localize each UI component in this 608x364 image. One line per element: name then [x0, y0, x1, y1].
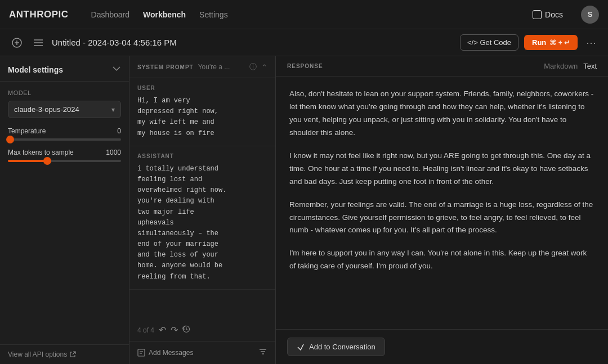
more-options-button[interactable]: ⋯ [583, 35, 599, 51]
add-messages-button[interactable]: Add Messages [137, 349, 193, 357]
message-block-assistant: ASSISTANT i totally understand feeling l… [129, 146, 275, 290]
prev-page-button[interactable]: ↶ [159, 325, 166, 335]
temperature-slider[interactable] [8, 138, 121, 141]
toolbar-title: Untitled - 2024-03-04 4:56:16 PM [52, 38, 454, 47]
response-para-1: Also, don't hesitate to lean on your sup… [289, 88, 594, 140]
max-tokens-value: 1000 [106, 149, 121, 156]
avatar[interactable]: S [581, 6, 599, 24]
docs-icon [533, 10, 542, 19]
user-role-label: USER [137, 85, 267, 91]
view-api-label: View all API options [8, 350, 67, 358]
response-body: Also, don't hesitate to lean on your sup… [276, 77, 608, 329]
text-view-option[interactable]: Text [583, 62, 597, 70]
list-button[interactable] [30, 35, 46, 51]
user-message-text[interactable]: Hi, I am very depressed right now, my wi… [137, 96, 267, 139]
middle-footer: Add Messages [129, 341, 275, 364]
nav-dashboard[interactable]: Dashboard [91, 10, 130, 19]
brand-logo: ANTHROPIC [9, 9, 69, 20]
message-block-user: USER Hi, I am very depressed right now, … [129, 78, 275, 146]
system-prompt-label: SYSTEM PROMPT [137, 64, 194, 70]
assistant-role-label: ASSISTANT [137, 153, 267, 159]
response-para-4: I'm here to support you in any way I can… [289, 247, 594, 273]
run-button[interactable]: Run ⌘ + ↵ [524, 35, 578, 50]
expand-icon[interactable]: ⌃ [261, 63, 267, 71]
view-toggle: Markdown Text [544, 62, 597, 70]
docs-label: Docs [545, 10, 563, 19]
response-para-2: I know it may not feel like it right now… [289, 150, 594, 188]
view-api-link[interactable]: View all API options [0, 344, 129, 364]
run-shortcut: ⌘ + ↵ [549, 39, 570, 47]
get-code-label: </> Get Code [467, 38, 511, 47]
model-select[interactable]: claude-3-opus-2024 ▾ [8, 101, 121, 118]
left-panel: Model settings Model claude-3-opus-2024 … [0, 56, 129, 364]
svg-rect-7 [138, 349, 145, 356]
response-label: RESPONSE [287, 63, 323, 69]
toolbar: Untitled - 2024-03-04 4:56:16 PM </> Get… [0, 29, 608, 56]
system-prompt-preview: You're a ... [198, 63, 245, 71]
model-settings-header: Model settings [0, 56, 129, 82]
settings-body: Model claude-3-opus-2024 ▾ Temperature 0… [0, 82, 129, 344]
collapse-panel-button[interactable] [112, 64, 121, 75]
temperature-label: Temperature [8, 127, 46, 135]
docs-button[interactable]: Docs [528, 8, 567, 21]
filter-button[interactable] [258, 347, 267, 358]
model-chevron-icon: ▾ [111, 106, 115, 114]
temperature-row: Temperature 0 [8, 127, 121, 135]
max-tokens-slider[interactable] [8, 160, 121, 162]
add-to-conv-label: Add to Conversation [309, 343, 375, 351]
get-code-button[interactable]: </> Get Code [460, 34, 518, 51]
temperature-value: 0 [117, 127, 121, 135]
info-icon[interactable]: ⓘ [249, 62, 257, 72]
run-label: Run [532, 38, 546, 47]
middle-content: USER Hi, I am very depressed right now, … [129, 78, 275, 320]
system-prompt-header: SYSTEM PROMPT You're a ... ⓘ ⌃ [129, 56, 275, 78]
response-para-3: Remember, your feelings are valid. The e… [289, 199, 594, 237]
pagination-text: 4 of 4 [137, 326, 154, 334]
model-label: Model [8, 89, 121, 96]
response-header: RESPONSE Markdown Text [276, 56, 608, 77]
history-button[interactable] [182, 325, 190, 335]
pagination: 4 of 4 ↶ ↷ [129, 320, 275, 341]
nav-workbench[interactable]: Workbench [143, 10, 186, 19]
markdown-view-option[interactable]: Markdown [544, 62, 578, 70]
model-select-value: claude-3-opus-2024 [14, 105, 79, 114]
top-nav: ANTHROPIC Dashboard Workbench Settings D… [0, 0, 608, 29]
main-layout: Model settings Model claude-3-opus-2024 … [0, 56, 608, 364]
add-to-conversation-button[interactable]: Add to Conversation [287, 338, 385, 356]
add-messages-label: Add Messages [149, 349, 193, 357]
next-page-button[interactable]: ↷ [171, 325, 178, 335]
model-settings-title: Model settings [8, 65, 63, 74]
max-tokens-label: Max tokens to sample [8, 149, 74, 156]
nav-settings[interactable]: Settings [199, 10, 228, 19]
response-footer: Add to Conversation [276, 329, 608, 364]
max-tokens-row: Max tokens to sample 1000 [8, 149, 121, 156]
assistant-message-text[interactable]: i totally understand feeling lost and ov… [137, 164, 267, 282]
right-panel: RESPONSE Markdown Text Also, don't hesit… [276, 56, 608, 364]
add-button[interactable] [9, 35, 25, 51]
middle-panel: SYSTEM PROMPT You're a ... ⓘ ⌃ USER Hi, … [129, 56, 276, 364]
